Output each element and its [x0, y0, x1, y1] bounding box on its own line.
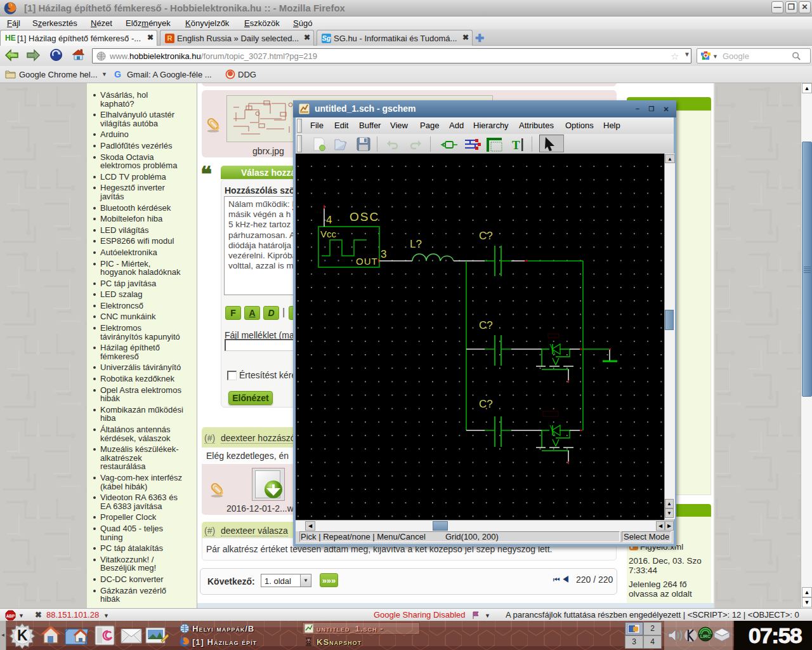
- svg-text:3: 3: [381, 248, 386, 260]
- svg-text:ABP: ABP: [6, 614, 15, 618]
- svg-text:OUT: OUT: [356, 256, 378, 267]
- svg-text:C?: C?: [479, 230, 493, 242]
- svg-text:Vcc: Vcc: [320, 229, 337, 239]
- svg-text:K: K: [17, 627, 28, 644]
- svg-text:LIRC: LIRC: [700, 634, 710, 639]
- svg-text:C?: C?: [479, 398, 493, 410]
- svg-text:OSC: OSC: [350, 210, 379, 223]
- svg-text:C?: C?: [479, 319, 493, 331]
- svg-text:T: T: [512, 138, 520, 152]
- svg-text:L?: L?: [410, 238, 422, 250]
- svg-text:4: 4: [326, 214, 332, 226]
